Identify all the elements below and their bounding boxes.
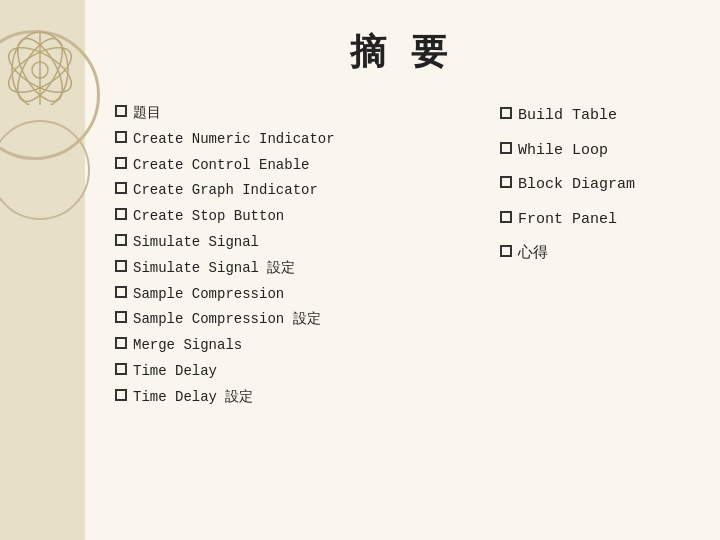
bullet-icon <box>500 176 512 188</box>
item-label: While Loop <box>518 137 608 166</box>
bullet-icon <box>500 107 512 119</box>
item-label: Create Stop Button <box>133 205 284 229</box>
bullet-icon <box>115 337 127 349</box>
item-label: Create Graph Indicator <box>133 179 318 203</box>
bullet-icon <box>115 182 127 194</box>
item-label: 心得 <box>518 240 548 269</box>
item-label: 題目 <box>133 102 161 126</box>
item-label: Time Delay <box>133 360 217 384</box>
item-label: Build Table <box>518 102 617 131</box>
list-item: Simulate Signal <box>115 231 460 255</box>
list-item: Create Control Enable <box>115 154 460 178</box>
item-label: Sample Compression <box>133 283 284 307</box>
bullet-icon <box>115 363 127 375</box>
bullet-icon <box>115 286 127 298</box>
bullet-icon <box>115 260 127 272</box>
right-list-item: While Loop <box>500 137 720 166</box>
bullet-icon <box>115 208 127 220</box>
list-item: Create Numeric Indicator <box>115 128 460 152</box>
right-list-item: 心得 <box>500 240 720 269</box>
item-label: Sample Compression 設定 <box>133 308 321 332</box>
bullet-icon <box>115 131 127 143</box>
right-list-item: Block Diagram <box>500 171 720 200</box>
list-item: Time Delay <box>115 360 460 384</box>
list-item: Merge Signals <box>115 334 460 358</box>
item-label: Time Delay 設定 <box>133 386 253 410</box>
leaf-decoration <box>5 15 75 105</box>
bullet-icon <box>500 211 512 223</box>
item-label: Create Numeric Indicator <box>133 128 335 152</box>
main-content: 題目Create Numeric IndicatorCreate Control… <box>85 97 720 410</box>
left-column: 題目Create Numeric IndicatorCreate Control… <box>115 102 460 410</box>
right-column: Build TableWhile LoopBlock DiagramFront … <box>500 102 720 410</box>
content-area: 摘 要 題目Create Numeric IndicatorCreate Con… <box>85 0 720 540</box>
item-label: Simulate Signal 設定 <box>133 257 295 281</box>
list-item: Create Graph Indicator <box>115 179 460 203</box>
item-label: Block Diagram <box>518 171 635 200</box>
bullet-icon <box>115 105 127 117</box>
right-list-item: Front Panel <box>500 206 720 235</box>
list-item: Create Stop Button <box>115 205 460 229</box>
list-item: 題目 <box>115 102 460 126</box>
item-label: Simulate Signal <box>133 231 259 255</box>
item-label: Merge Signals <box>133 334 242 358</box>
bullet-icon <box>115 157 127 169</box>
right-list-item: Build Table <box>500 102 720 131</box>
bullet-icon <box>115 311 127 323</box>
bullet-icon <box>115 389 127 401</box>
page-title: 摘 要 <box>85 0 720 97</box>
item-label: Create Control Enable <box>133 154 309 178</box>
list-item: Sample Compression <box>115 283 460 307</box>
list-item: Sample Compression 設定 <box>115 308 460 332</box>
list-item: Time Delay 設定 <box>115 386 460 410</box>
bullet-icon <box>500 245 512 257</box>
item-label: Front Panel <box>518 206 617 235</box>
bullet-icon <box>115 234 127 246</box>
list-item: Simulate Signal 設定 <box>115 257 460 281</box>
bullet-icon <box>500 142 512 154</box>
